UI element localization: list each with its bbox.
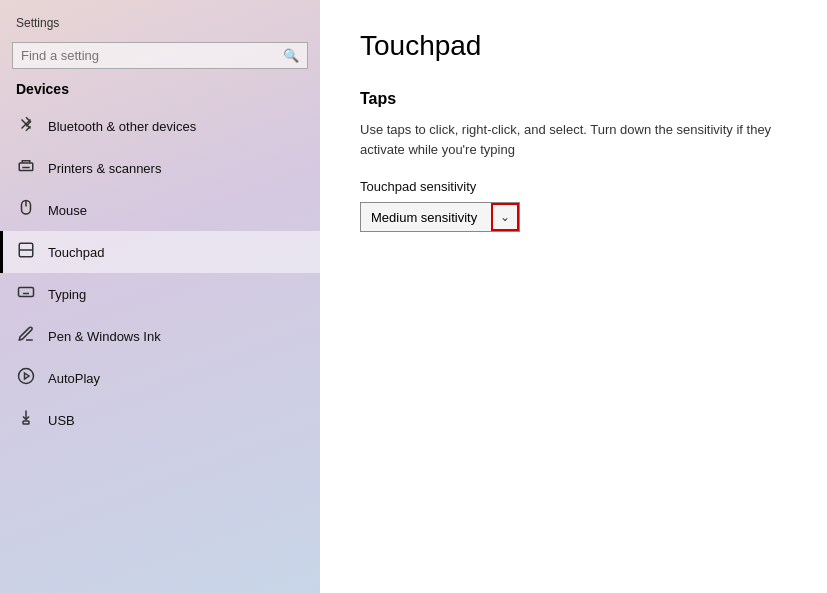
autoplay-icon bbox=[16, 367, 36, 389]
sidebar-item-label-bluetooth: Bluetooth & other devices bbox=[48, 119, 196, 134]
usb-icon bbox=[16, 409, 36, 431]
sidebar-item-touchpad[interactable]: Touchpad bbox=[0, 231, 320, 273]
sensitivity-value: Medium sensitivity bbox=[361, 204, 491, 231]
sidebar-item-label-typing: Typing bbox=[48, 287, 86, 302]
sidebar-item-pen[interactable]: Pen & Windows Ink bbox=[0, 315, 320, 357]
mouse-icon bbox=[16, 199, 36, 221]
search-input[interactable] bbox=[21, 48, 283, 63]
sidebar-item-label-touchpad: Touchpad bbox=[48, 245, 104, 260]
sidebar-item-bluetooth[interactable]: Bluetooth & other devices bbox=[0, 105, 320, 147]
svg-marker-12 bbox=[25, 373, 30, 379]
svg-rect-5 bbox=[19, 288, 34, 297]
sidebar-item-printers[interactable]: Printers & scanners bbox=[0, 147, 320, 189]
main-content: Touchpad Taps Use taps to click, right-c… bbox=[320, 0, 827, 593]
sensitivity-dropdown[interactable]: Medium sensitivity ⌄ bbox=[360, 202, 520, 232]
sidebar-item-mouse[interactable]: Mouse bbox=[0, 189, 320, 231]
svg-rect-13 bbox=[23, 421, 29, 424]
sidebar-item-label-printers: Printers & scanners bbox=[48, 161, 161, 176]
taps-section-title: Taps bbox=[360, 90, 787, 108]
touchpad-icon bbox=[16, 241, 36, 263]
sidebar-item-label-mouse: Mouse bbox=[48, 203, 87, 218]
sidebar-item-label-pen: Pen & Windows Ink bbox=[48, 329, 161, 344]
sidebar-item-label-usb: USB bbox=[48, 413, 75, 428]
sidebar: Settings 🔍 Devices Bluetooth & other dev… bbox=[0, 0, 320, 593]
chevron-down-icon: ⌄ bbox=[500, 210, 510, 224]
nav-list: Bluetooth & other devices Printers & sca… bbox=[0, 105, 320, 593]
pen-icon bbox=[16, 325, 36, 347]
sensitivity-label: Touchpad sensitivity bbox=[360, 179, 787, 194]
search-icon: 🔍 bbox=[283, 48, 299, 63]
devices-header: Devices bbox=[0, 79, 320, 105]
dropdown-chevron-button[interactable]: ⌄ bbox=[491, 203, 519, 231]
search-box[interactable]: 🔍 bbox=[12, 42, 308, 69]
app-title: Settings bbox=[0, 0, 320, 38]
sidebar-item-autoplay[interactable]: AutoPlay bbox=[0, 357, 320, 399]
sidebar-item-label-autoplay: AutoPlay bbox=[48, 371, 100, 386]
typing-icon bbox=[16, 283, 36, 305]
printers-icon bbox=[16, 157, 36, 179]
taps-description: Use taps to click, right-click, and sele… bbox=[360, 120, 780, 159]
sidebar-item-usb[interactable]: USB bbox=[0, 399, 320, 441]
page-title: Touchpad bbox=[360, 30, 787, 62]
bluetooth-icon bbox=[16, 115, 36, 137]
svg-point-11 bbox=[19, 369, 34, 384]
sidebar-item-typing[interactable]: Typing bbox=[0, 273, 320, 315]
